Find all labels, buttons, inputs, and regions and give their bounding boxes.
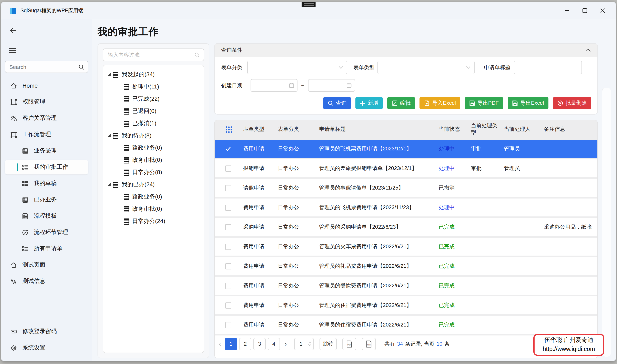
spinner-down-icon[interactable]	[308, 344, 311, 346]
page-button-1[interactable]: 1	[225, 338, 237, 350]
page-button-4[interactable]: 4	[268, 338, 280, 350]
table-row[interactable]: 费用申请 日常办公 管理员的火车票费用申请【2022/6/21】 已完成	[215, 238, 597, 256]
search-button[interactable]: 查询	[323, 97, 351, 109]
query-panel-header[interactable]: 查询条件	[215, 44, 597, 57]
export-xls-page-button[interactable]: XLS	[362, 338, 376, 350]
form-category-select[interactable]	[247, 61, 347, 74]
minimize-icon	[564, 8, 569, 13]
tree-node-done[interactable]: 我的已办(24)	[106, 179, 202, 191]
tree-node-daily[interactable]: 日常办公(8)	[106, 166, 202, 179]
sidebar-item-system-settings[interactable]: 系统设置	[5, 340, 88, 355]
column-header[interactable]: 当前处理人	[504, 126, 544, 133]
tree-node-returned[interactable]: 已退回(0)	[106, 105, 202, 117]
sidebar-item-my-drafts[interactable]: 我的草稿	[5, 176, 88, 191]
page-button-3[interactable]: 3	[253, 338, 266, 350]
tree-node-processing[interactable]: 处理中(11)	[106, 81, 202, 93]
sidebar-item-home[interactable]: Home	[5, 78, 88, 93]
column-header[interactable]: 申请单标题	[319, 126, 439, 133]
column-header[interactable]: 表单分类	[278, 126, 319, 133]
sidebar-item-my-approvals[interactable]: 我的审批工作	[5, 160, 88, 174]
tree-node-road[interactable]: 路政业务(0)	[106, 142, 202, 154]
sidebar-item-flow-templates[interactable]: 流程模板	[5, 209, 88, 223]
row-checkbox[interactable]	[225, 283, 231, 289]
sidebar-search[interactable]	[5, 61, 88, 73]
search-input[interactable]	[9, 64, 78, 70]
check-icon[interactable]	[225, 146, 231, 151]
tree-node-gov-2[interactable]: 政务审批(0)	[106, 203, 202, 215]
table-row[interactable]: 费用申请 日常办公 管理员的飞机票费用申请【2023/11/23】 处理中	[215, 198, 597, 216]
column-header[interactable]: 当前处理类型	[471, 122, 504, 137]
row-checkbox[interactable]	[225, 263, 231, 269]
column-header[interactable]: 备注信息	[544, 126, 597, 133]
minimize-button[interactable]	[558, 4, 576, 17]
tree-node-completed[interactable]: 已完成(22)	[106, 93, 202, 105]
tree-node-daily-2[interactable]: 日常办公(24)	[106, 215, 202, 227]
screen-notch	[302, 2, 316, 7]
row-checkbox[interactable]	[225, 224, 231, 230]
application-title-input[interactable]	[514, 61, 582, 74]
column-header[interactable]: 当前状态	[439, 126, 471, 133]
sidebar-item-test-page[interactable]: 测试页面	[5, 258, 88, 272]
add-button[interactable]: 新增	[356, 97, 383, 109]
maximize-button[interactable]	[576, 4, 594, 17]
table-row[interactable]: 费用申请 日常办公 管理员的餐饮费费用申请【2022/6/21】 已完成	[215, 277, 597, 295]
export-pdf-page-button[interactable]: PDF	[342, 338, 356, 350]
tree-node-road-2[interactable]: 路政业务(0)	[106, 191, 202, 203]
table-row[interactable]: 采购申请 日常办公 管理员的采购申请单【2022/6/23】 已完成 采购办公用…	[215, 218, 597, 236]
sidebar-item-change-password[interactable]: 修改登录密码	[5, 324, 88, 339]
sidebar-item-workflow[interactable]: 工作流管理	[5, 127, 88, 142]
next-page-button[interactable]: ›	[283, 340, 288, 348]
table-row[interactable]: 请假申请 日常办公 管理员的事假请假单【2023/11/25】 已撤消	[215, 179, 597, 197]
column-header[interactable]: 表单类型	[243, 126, 278, 133]
sidebar-item-flow-steps[interactable]: 流程环节管理	[5, 225, 88, 240]
sidebar-item-done-business[interactable]: 已办业务	[5, 192, 88, 207]
export-excel-button[interactable]: 导出Excel	[508, 97, 548, 109]
date-from-input[interactable]	[250, 79, 298, 92]
jump-button[interactable]: 跳转	[319, 338, 337, 350]
page-jump-spinner[interactable]: 1	[294, 338, 314, 350]
expander-icon[interactable]	[108, 134, 110, 137]
hamburger-menu-button[interactable]	[9, 46, 20, 55]
collapse-chevron-icon[interactable]	[586, 49, 591, 52]
row-checkbox[interactable]	[225, 165, 231, 171]
table-row[interactable]: 费用申请 日常办公 管理员的飞机票费用申请【2023/12/1】 处理中 审批 …	[215, 140, 597, 158]
document-icon	[113, 182, 118, 188]
vertical-scrollbar[interactable]	[602, 88, 611, 357]
row-checkbox[interactable]	[225, 244, 231, 250]
row-checkbox[interactable]	[225, 322, 231, 328]
import-excel-button[interactable]: 导入Excel	[420, 97, 461, 109]
row-checkbox[interactable]	[225, 185, 231, 191]
export-pdf-button[interactable]: 导出PDF	[465, 97, 503, 109]
sidebar-item-business-accept[interactable]: 业务受理	[5, 143, 88, 158]
expander-icon[interactable]	[108, 183, 110, 186]
tree-filter[interactable]	[103, 49, 204, 61]
close-button[interactable]	[594, 4, 612, 17]
back-button[interactable]	[9, 26, 20, 36]
row-checkbox[interactable]	[225, 302, 231, 308]
tree-node-initiated[interactable]: 我发起的(34)	[106, 68, 202, 81]
prev-page-button[interactable]: ‹	[217, 340, 223, 348]
sidebar-item-test-info[interactable]: 测试信息	[5, 274, 88, 289]
table-row[interactable]: 费用申请 日常办公 管理员的住宿费费用申请【2022/6/21】 已完成	[215, 296, 597, 314]
sidebar-item-permissions[interactable]: 权限管理	[5, 95, 88, 109]
tree-node-todo[interactable]: 我的待办(8)	[106, 130, 202, 142]
form-type-select[interactable]	[377, 61, 475, 74]
tree-node-cancelled[interactable]: 已撤消(1)	[106, 117, 202, 130]
sidebar-item-all-applications[interactable]: 所有申请单	[5, 241, 88, 256]
table-row[interactable]: 费用申请 日常办公 管理员的礼品费费用申请【2022/6/21】 已完成	[215, 257, 597, 275]
date-to-input[interactable]	[308, 79, 355, 92]
expander-icon[interactable]	[108, 73, 110, 76]
sidebar-item-crm[interactable]: 客户关系管理	[5, 111, 88, 126]
table-row[interactable]: 报销申请 日常办公 管理员的差旅费报销申请单【2023/12/1】 处理中 审批…	[215, 159, 597, 177]
tree-node-gov[interactable]: 政务审批(0)	[106, 154, 202, 166]
row-checkbox[interactable]	[225, 204, 231, 210]
batch-delete-button[interactable]: 批量删除	[553, 97, 591, 109]
status-badge: 已完成	[439, 283, 455, 289]
spinner-up-icon[interactable]	[308, 342, 311, 344]
page-button-2[interactable]: 2	[239, 338, 251, 350]
tree-filter-input[interactable]	[108, 52, 194, 58]
row-drag-grid-icon[interactable]	[225, 126, 232, 133]
font-icon	[10, 278, 17, 285]
edit-button[interactable]: 编辑	[387, 97, 415, 109]
table-row[interactable]: 费用申请 日常办公 管理员的住宿费费用申请【2022/6/21】 已完成	[215, 316, 597, 334]
